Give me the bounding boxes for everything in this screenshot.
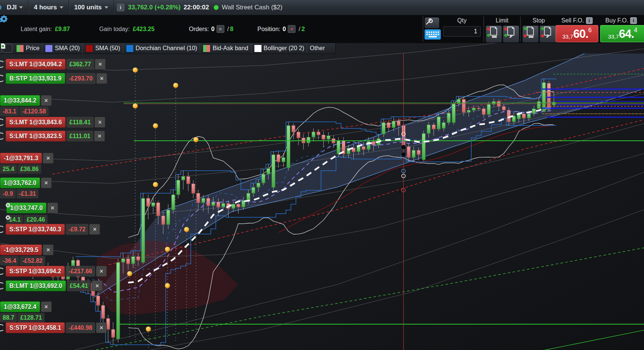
orders-cancel-button[interactable]: × — [217, 25, 224, 33]
divider — [520, 16, 520, 42]
drawing-anchor-dot[interactable] — [127, 271, 132, 276]
buy-info-icon[interactable]: i — [630, 17, 637, 24]
legend-item-bollinger-20-2-[interactable]: Bollinger (20 2) — [251, 43, 308, 54]
pnl-row: 14.1£20.46 — [5, 215, 48, 224]
limit-order-button-1[interactable] — [486, 25, 502, 43]
close-order-button[interactable]: × — [47, 203, 58, 213]
pnl-currency: -£1.31 — [16, 189, 39, 198]
add-indicator-button[interactable] — [3, 44, 12, 53]
close-order-button[interactable]: × — [41, 301, 52, 312]
drawing-anchor-dot[interactable] — [193, 137, 199, 142]
order-chip[interactable]: S:STP 1@33,458.1 — [6, 322, 65, 333]
position-chip[interactable]: 1@33,762.0 — [0, 177, 40, 188]
candle-down — [297, 132, 300, 138]
order-chip[interactable]: B:LMT 1@33,692.0 — [6, 280, 66, 291]
quantity-input[interactable] — [443, 26, 481, 37]
candle-down — [102, 305, 105, 319]
pnl-currency: £128.71 — [18, 313, 45, 322]
order-label-row: S:STP 1@33,458.1-£440.98× — [1, 322, 107, 333]
order-chip[interactable]: S:LMT 1@33,823.5 — [6, 131, 66, 141]
stop-order-button-1[interactable] — [522, 25, 539, 43]
close-order-button[interactable]: × — [95, 59, 106, 70]
order-chip[interactable]: S:STP 1@33,740.3 — [6, 224, 65, 235]
drawing-anchor-dot[interactable] — [153, 182, 158, 187]
candle-down — [127, 259, 130, 264]
pnl-points: -36.4 — [0, 256, 19, 265]
close-order-button[interactable]: × — [41, 177, 52, 188]
drawing-anchor-dot[interactable] — [153, 123, 158, 128]
close-order-button[interactable]: × — [43, 244, 54, 255]
drawing-anchor-dot[interactable] — [165, 247, 170, 252]
order-chip[interactable]: S:LMT 1@34,094.2 — [6, 59, 66, 70]
close-order-button[interactable]: × — [96, 266, 107, 277]
drawing-anchor-dot[interactable] — [165, 283, 170, 288]
candle-up — [472, 108, 475, 110]
chevron-down-icon — [105, 6, 108, 9]
order-label-row: B:STP 1@33,931.9-£293.70× — [1, 73, 107, 84]
candle-down — [217, 202, 220, 207]
settings-wrench-button[interactable] — [424, 17, 439, 28]
close-order-button[interactable]: × — [96, 322, 107, 333]
close-order-button[interactable]: × — [43, 153, 54, 164]
candle-down — [387, 123, 390, 128]
candle-up — [537, 101, 541, 109]
close-order-button[interactable]: × — [89, 224, 100, 235]
sell-info-icon[interactable]: i — [586, 17, 593, 24]
legend-item-sma-50-[interactable]: SMA (50) — [83, 43, 123, 54]
position-chip[interactable]: -1@33,729.5 — [0, 244, 42, 255]
position-close-button[interactable]: × — [288, 25, 296, 33]
candle-up — [312, 132, 315, 137]
close-order-button[interactable]: × — [94, 131, 105, 141]
legend-item-sma-20-[interactable]: SMA (20) — [42, 43, 83, 54]
close-order-button[interactable]: × — [41, 95, 52, 106]
order-pnl-value: £54.41 — [67, 280, 91, 291]
candle-up — [447, 113, 450, 122]
info-icon[interactable]: i — [117, 4, 124, 11]
candle-up — [151, 203, 155, 207]
legend-item-price[interactable]: Price — [13, 43, 42, 54]
legend-item-other[interactable]: Other — [307, 43, 327, 54]
candle-down — [547, 83, 551, 108]
position-chip[interactable]: 1@33,844.2 — [0, 95, 40, 106]
position-label-row: 1@33,672.4× — [0, 301, 52, 312]
close-order-button[interactable]: × — [96, 73, 107, 84]
chevron-down-icon — [19, 6, 23, 9]
market-open-dot — [214, 5, 219, 10]
order-chip[interactable]: S:STP 1@33,694.2 — [6, 266, 65, 277]
position-chip[interactable]: -1@33,791.3 — [0, 153, 42, 164]
symbol-dropdown[interactable]: DJI — [1, 0, 28, 15]
candle-up — [182, 176, 185, 180]
candle-up — [222, 203, 225, 207]
candle-up — [512, 116, 515, 122]
order-chip[interactable]: S:LMT 1@33,843.6 — [6, 117, 66, 128]
drawing-anchor-dot[interactable] — [184, 227, 189, 232]
timeframe-dropdown[interactable]: 4 hours — [28, 0, 68, 15]
legend-color-chip — [16, 45, 24, 52]
limit-order-button-2[interactable] — [503, 25, 519, 43]
drawing-anchor-dot[interactable] — [173, 83, 178, 88]
candle-down — [106, 319, 110, 329]
drawing-anchor-dot[interactable] — [146, 326, 151, 332]
sell-button[interactable]: 33,760.6 — [556, 25, 598, 42]
drawing-anchor-dot[interactable] — [133, 103, 138, 109]
candle-up — [527, 114, 530, 118]
candle-down — [522, 114, 526, 118]
position-chip[interactable]: 1@33,747.0 — [6, 203, 46, 213]
close-order-button[interactable]: × — [92, 280, 103, 291]
candle-up — [267, 168, 270, 174]
pnl-currency: £20.46 — [24, 215, 48, 224]
buy-button[interactable]: 33,764.4 — [600, 25, 644, 42]
candle-up — [327, 136, 330, 140]
close-order-button[interactable]: × — [94, 117, 105, 128]
candle-up — [382, 123, 385, 134]
drawing-anchor-dot[interactable] — [133, 67, 138, 73]
top-bar: DJI 4 hours 100 units i 33,762.0 (+0.28%… — [0, 0, 644, 15]
position-chip[interactable]: 1@33,672.4 — [0, 301, 40, 312]
order-chip[interactable]: B:STP 1@33,931.9 — [6, 73, 65, 84]
pnl-currency: -£52.82 — [19, 256, 45, 265]
legend-item-donchian-channel-10-[interactable]: Donchian Channel (10) — [123, 43, 200, 54]
stop-order-button-2[interactable] — [539, 25, 556, 43]
legend-item-bid-ask-band[interactable]: Bid-Ask band — [200, 43, 251, 54]
units-dropdown[interactable]: 100 units — [69, 0, 114, 15]
keyboard-icon-button[interactable] — [424, 29, 441, 40]
